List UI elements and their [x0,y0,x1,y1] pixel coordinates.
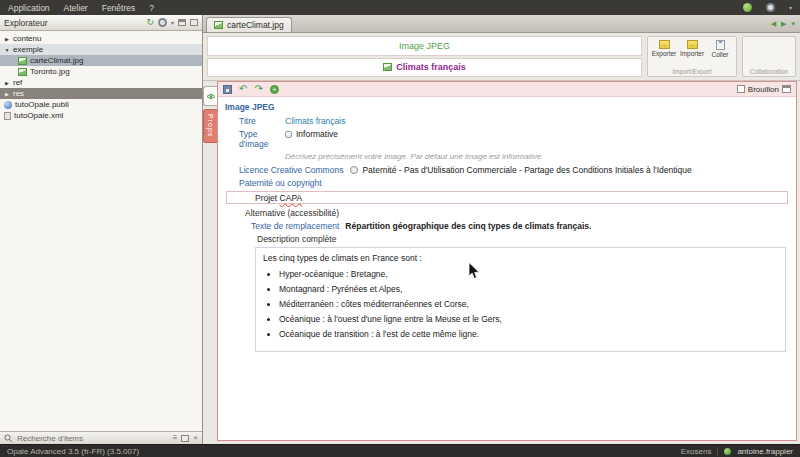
props-tab-label: Props [207,114,214,137]
xml-file-icon [4,112,11,120]
search-label: Recherche d'items [17,434,83,443]
save-icon[interactable] [223,85,232,94]
next-tab-icon[interactable]: ▶ [781,20,786,28]
document-header: Image JPEG Climats français → Exporter ←… [203,33,800,81]
description-intro[interactable]: Les cinq types de climats en France sont… [263,253,778,263]
tab-navigation: ◀ ▶ ▾ [771,20,795,32]
item-search-bar[interactable]: Recherche d'items ≡ × [0,431,202,444]
explorer-gear-caret-icon[interactable]: ▾ [171,19,174,26]
menu-caret-icon[interactable]: ▾ [789,4,792,11]
expand-arrow-icon[interactable]: ▶ [4,36,10,42]
copyright-value: Projet CAPA [255,193,302,203]
preview-tab[interactable] [203,86,217,106]
menu-help[interactable]: ? [149,3,154,13]
tree-item-label: exemple [13,45,43,54]
props-tab[interactable]: Props [203,109,217,143]
close-search-icon[interactable]: × [193,434,198,442]
image-icon [383,63,392,71]
tree-item-label: ref [13,78,22,87]
detach-panel-icon[interactable] [178,19,186,26]
cc-license-icon [350,166,358,174]
image-icon [18,57,27,65]
title-row: Titre Climats français [239,116,789,126]
paste-button-label: Coller [712,51,729,58]
tree-item-toronto[interactable]: Toronto.jpg [0,66,202,77]
description-bullet[interactable]: Montagnard : Pyrénées et Alpes, [279,284,778,294]
menubar: Application Atelier Fenêtres ? ▾ [0,0,800,15]
paste-button[interactable]: Coller [706,40,734,58]
username[interactable]: antoine.frappier [737,447,793,456]
undo-icon[interactable]: ↶ [239,84,247,94]
informative-radio-icon[interactable] [285,131,292,138]
statusbar-divider [717,447,718,456]
main-area: Explorateur ↻ ▾ ▶ contenu ▼ exemple [0,15,800,444]
editor-side-tabs: Props [203,81,217,441]
tree-item-ref[interactable]: ▶ ref [0,77,202,88]
search-icon [4,434,13,443]
expand-arrow-icon[interactable]: ▶ [4,91,10,97]
tab-label: carteClimat.jpg [227,20,284,30]
description-box[interactable]: Les cinq types de climats en France sont… [255,247,786,352]
tree-item-exemple[interactable]: ▼ exemple [0,44,202,55]
prev-tab-icon[interactable]: ◀ [771,20,776,28]
organization-name: Exosens [681,447,712,456]
description-bullet[interactable]: Hyper-océanique : Bretagne, [279,269,778,279]
tab-carteclimat[interactable]: carteClimat.jpg [206,17,292,32]
explorer-gear-icon[interactable] [158,18,167,27]
tab-list-icon[interactable]: ▾ [791,20,795,28]
sync-status-icon[interactable] [743,3,752,12]
description-bullet[interactable]: Océanique de transition : à l'est de cet… [279,329,778,339]
tree-item-res[interactable]: ▶ res [0,88,202,99]
import-button[interactable]: ← Importer [678,40,706,57]
editor-area: carteClimat.jpg ◀ ▶ ▾ Image JPEG Climats… [203,15,800,444]
tree-item-label: Toronto.jpg [30,67,70,76]
description-bullet[interactable]: Océanique : à l'ouest d'une ligne entre … [279,314,778,324]
tabbar: carteClimat.jpg ◀ ▶ ▾ [203,15,800,33]
copyright-input[interactable]: Projet CAPA [226,191,788,204]
menu-fenetres[interactable]: Fenêtres [102,3,136,13]
gear-icon[interactable] [766,3,775,12]
import-icon: ← [687,40,698,49]
description-bullet[interactable]: Méditerranéen : côtes méditerranéennes e… [279,299,778,309]
expand-arrow-icon[interactable]: ▶ [4,80,10,86]
refresh-icon[interactable]: ↻ [146,18,154,27]
redo-icon[interactable]: ↷ [254,84,262,94]
explorer-title: Explorateur [4,18,142,28]
app-window: Application Atelier Fenêtres ? ▾ Explora… [0,0,800,457]
import-button-label: Importer [680,50,704,57]
close-panel-icon[interactable] [190,19,198,26]
tree-item-label: contenu [13,34,41,43]
maximize-editor-icon[interactable] [782,85,791,93]
tree-item-label: carteClimat.jpg [30,56,83,65]
draft-editor-frame: ↶ ↷ + Brouillon Image JPEG Titre [217,81,797,441]
import-export-caption: Import/Export [649,68,735,75]
alt-text-value[interactable]: Répartition géographique des cinq types … [345,221,591,231]
explorer-tree: ▶ contenu ▼ exemple carteClimat.jpg Toro… [0,31,202,431]
image-type-label: Type d'image [239,129,285,149]
image-type-value[interactable]: Informative [285,129,338,139]
export-button-label: Exporter [652,50,677,57]
list-options-icon[interactable]: ≡ [173,434,178,442]
tree-item-label: res [13,89,24,98]
menu-application[interactable]: Application [8,3,50,13]
tree-item-tutoopale-publi[interactable]: tutoOpale.publi [0,99,202,110]
misspelled-word: CAPA [280,193,303,203]
draft-checkbox[interactable] [737,85,745,93]
draft-label: Brouillon [748,85,779,94]
tree-item-carteclimat[interactable]: carteClimat.jpg [0,55,202,66]
export-button[interactable]: → Exporter [650,40,678,57]
title-value[interactable]: Climats français [285,116,345,126]
tree-item-tutoopale-xml[interactable]: tutoOpale.xml [0,110,202,121]
draft-toggle: Brouillon [737,85,791,94]
export-icon: → [659,40,670,49]
tree-item-contenu[interactable]: ▶ contenu [0,33,202,44]
description-list: Hyper-océanique : Bretagne, Montagnard :… [263,269,778,339]
document-title-boxes: Image JPEG Climats français [207,36,642,77]
collapse-arrow-icon[interactable]: ▼ [4,47,10,53]
menu-atelier[interactable]: Atelier [64,3,88,13]
publication-icon [4,101,12,109]
license-value[interactable]: Paternité - Pas d'Utilisation Commercial… [350,165,691,175]
alt-text-row: Texte de remplacement Répartition géogra… [251,221,789,231]
minimize-search-icon[interactable] [181,435,189,442]
add-icon[interactable]: + [270,85,279,94]
